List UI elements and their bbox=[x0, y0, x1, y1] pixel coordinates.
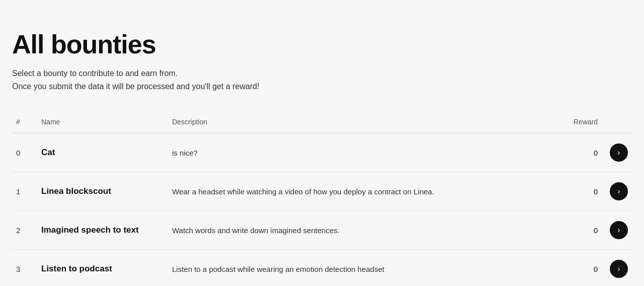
row-num: 3 bbox=[12, 250, 37, 286]
table-row[interactable]: 2 Imagined speech to text Watch words an… bbox=[12, 211, 632, 250]
table-row[interactable]: 0 Cat is nice? 0 › bbox=[12, 133, 632, 172]
row-arrow-button[interactable]: › bbox=[610, 144, 628, 162]
row-arrow-button[interactable]: › bbox=[610, 182, 628, 200]
table-body: 0 Cat is nice? 0 › 1 Linea blockscout We… bbox=[12, 133, 632, 286]
row-num: 0 bbox=[12, 133, 37, 172]
page-subtitle: Select a bounty to contribute to and ear… bbox=[12, 67, 632, 93]
bounties-table: # Name Description Reward 0 Cat is nice?… bbox=[12, 111, 632, 286]
row-reward: 0 bbox=[541, 172, 602, 211]
row-reward: 0 bbox=[541, 133, 602, 172]
row-name: Imagined speech to text bbox=[37, 211, 168, 250]
row-action[interactable]: › bbox=[602, 133, 632, 172]
row-action[interactable]: › bbox=[602, 211, 632, 250]
table-header-row: # Name Description Reward bbox=[12, 111, 632, 133]
row-description: Listen to a podcast while wearing an emo… bbox=[168, 250, 541, 286]
col-header-action bbox=[602, 111, 632, 133]
col-header-reward: Reward bbox=[541, 111, 602, 133]
row-num: 1 bbox=[12, 172, 37, 211]
row-name: Linea blockscout bbox=[37, 172, 168, 211]
row-arrow-button[interactable]: › bbox=[610, 221, 628, 239]
row-description: is nice? bbox=[168, 133, 541, 172]
col-header-num: # bbox=[12, 111, 37, 133]
col-header-description: Description bbox=[168, 111, 541, 133]
table-row[interactable]: 3 Listen to podcast Listen to a podcast … bbox=[12, 250, 632, 286]
row-action[interactable]: › bbox=[602, 172, 632, 211]
row-arrow-button[interactable]: › bbox=[610, 260, 628, 278]
table-row[interactable]: 1 Linea blockscout Wear a headset while … bbox=[12, 172, 632, 211]
table-header: # Name Description Reward bbox=[12, 111, 632, 133]
row-description: Wear a headset while watching a video of… bbox=[168, 172, 541, 211]
col-header-name: Name bbox=[37, 111, 168, 133]
row-num: 2 bbox=[12, 211, 37, 250]
subtitle-line2: Once you submit the data it will be proc… bbox=[12, 82, 259, 91]
row-action[interactable]: › bbox=[602, 250, 632, 286]
page-container: All bounties Select a bounty to contribu… bbox=[0, 0, 644, 286]
row-name: Cat bbox=[37, 133, 168, 172]
row-reward: 0 bbox=[541, 211, 602, 250]
subtitle-line1: Select a bounty to contribute to and ear… bbox=[12, 69, 178, 78]
page-title: All bounties bbox=[12, 30, 632, 59]
row-name: Listen to podcast bbox=[37, 250, 168, 286]
row-reward: 0 bbox=[541, 250, 602, 286]
row-description: Watch words and write down imagined sent… bbox=[168, 211, 541, 250]
